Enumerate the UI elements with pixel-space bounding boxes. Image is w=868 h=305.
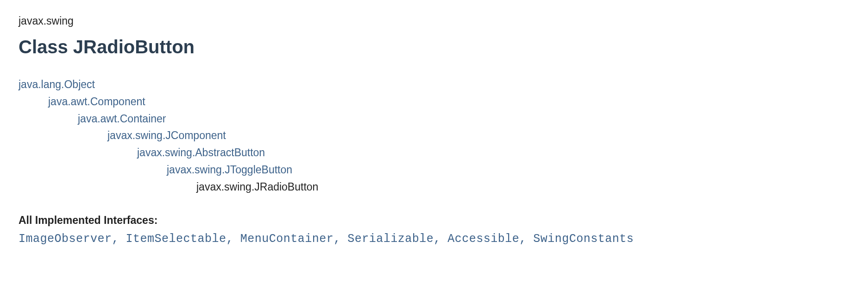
- interfaces-label: All Implemented Interfaces:: [19, 214, 849, 227]
- interface-separator: ,: [434, 232, 447, 246]
- inheritance-item: java.awt.Container: [19, 110, 849, 127]
- interface-separator: ,: [333, 232, 347, 246]
- interface-link-menucontainer[interactable]: MenuContainer: [240, 232, 334, 246]
- inheritance-link-jtogglebutton[interactable]: javax.swing.JToggleButton: [167, 164, 292, 176]
- inheritance-tree: java.lang.Object java.awt.Component java…: [19, 76, 849, 196]
- inheritance-item: javax.swing.AbstractButton: [19, 144, 849, 161]
- interface-link-serializable[interactable]: Serializable: [347, 232, 434, 246]
- inheritance-link-abstractbutton[interactable]: javax.swing.AbstractButton: [137, 146, 265, 159]
- inheritance-link-container[interactable]: java.awt.Container: [78, 113, 166, 125]
- interface-link-accessible[interactable]: Accessible: [447, 232, 519, 246]
- package-name: javax.swing: [19, 15, 849, 27]
- inheritance-item: java.lang.Object: [19, 76, 849, 93]
- inheritance-item: javax.swing.JRadioButton: [19, 178, 849, 196]
- inheritance-current-jradiobutton: javax.swing.JRadioButton: [196, 181, 318, 193]
- interface-separator: ,: [226, 232, 240, 246]
- interface-link-swingconstants[interactable]: SwingConstants: [533, 232, 634, 246]
- class-title: Class JRadioButton: [19, 37, 849, 57]
- interface-link-itemselectable[interactable]: ItemSelectable: [126, 232, 226, 246]
- inheritance-link-object[interactable]: java.lang.Object: [19, 78, 95, 90]
- inheritance-link-jcomponent[interactable]: javax.swing.JComponent: [107, 129, 226, 141]
- inheritance-item: javax.swing.JComponent: [19, 127, 849, 144]
- interface-separator: ,: [112, 232, 126, 246]
- interface-separator: ,: [519, 232, 533, 246]
- inheritance-link-component[interactable]: java.awt.Component: [48, 95, 145, 108]
- interfaces-list: ImageObserver, ItemSelectable, MenuConta…: [19, 232, 849, 246]
- inheritance-item: java.awt.Component: [19, 93, 849, 110]
- inheritance-item: javax.swing.JToggleButton: [19, 161, 849, 178]
- interface-link-imageobserver[interactable]: ImageObserver: [19, 232, 112, 246]
